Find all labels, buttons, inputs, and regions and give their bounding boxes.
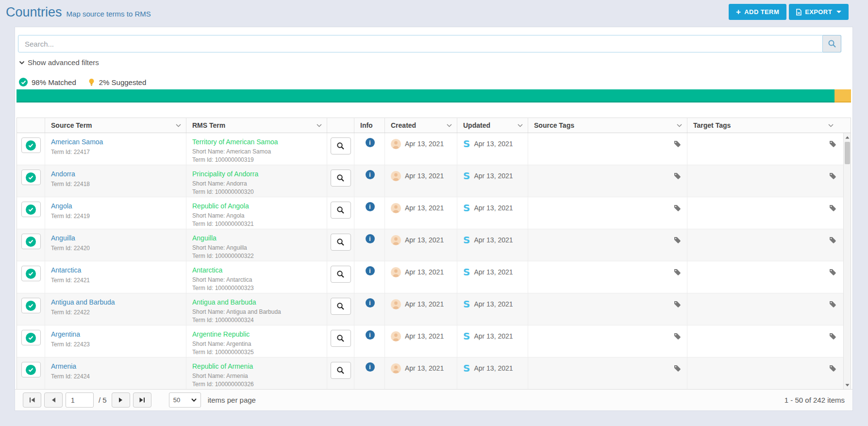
created-date: Apr 13, 2021 — [405, 267, 444, 277]
matched-status-button[interactable] — [21, 330, 41, 345]
show-advanced-filters-toggle[interactable]: Show advanced filters — [19, 58, 99, 67]
rms-term-link[interactable]: Argentine Republic — [192, 330, 322, 338]
chevron-down-icon[interactable] — [447, 124, 452, 127]
first-page-button[interactable] — [23, 392, 41, 408]
preview-cell — [327, 133, 354, 165]
tag-icon[interactable] — [673, 140, 681, 150]
search-input[interactable] — [18, 35, 823, 52]
tag-icon[interactable] — [673, 268, 681, 278]
preview-search-button[interactable] — [331, 330, 351, 347]
column-header-source-tags[interactable]: Source Tags — [528, 118, 687, 133]
tag-icon[interactable] — [829, 300, 836, 310]
source-term-link[interactable]: Antarctica — [51, 266, 181, 274]
chevron-down-icon[interactable] — [317, 124, 322, 127]
tag-icon[interactable] — [829, 332, 836, 342]
updated-cell: S Apr 13, 2021 — [457, 358, 528, 389]
items-range-label: 1 - 50 of 242 items — [785, 396, 845, 404]
items-per-page-select[interactable]: 50 — [169, 392, 201, 408]
rms-term-link[interactable]: Republic of Armenia — [192, 362, 322, 370]
rms-term-link[interactable]: Principality of Andorra — [192, 170, 322, 178]
updated-cell: S Apr 13, 2021 — [457, 293, 528, 325]
info-icon[interactable]: i — [366, 234, 375, 243]
preview-search-button[interactable] — [331, 362, 351, 379]
tag-icon[interactable] — [829, 236, 836, 246]
tag-icon[interactable] — [829, 140, 836, 150]
source-term-link[interactable]: Angola — [51, 202, 181, 210]
next-page-button[interactable] — [112, 392, 130, 408]
matched-status-button[interactable] — [21, 170, 41, 185]
info-icon[interactable]: i — [366, 138, 375, 147]
tag-icon[interactable] — [829, 172, 836, 182]
info-icon[interactable]: i — [366, 202, 375, 211]
preview-search-button[interactable] — [331, 266, 351, 283]
source-term-link[interactable]: Andorra — [51, 170, 181, 178]
tag-icon[interactable] — [673, 204, 681, 214]
column-header-created[interactable]: Created — [385, 118, 457, 133]
matched-status-button[interactable] — [21, 137, 41, 153]
preview-search-button[interactable] — [331, 202, 351, 219]
preview-search-button[interactable] — [331, 137, 351, 154]
preview-cell — [327, 261, 354, 293]
scrollbar-down-arrow[interactable] — [844, 382, 851, 389]
source-term-id: Term Id: 22421 — [51, 276, 181, 285]
source-term-link[interactable]: Antigua and Barbuda — [51, 298, 181, 306]
scrollbar-up-arrow[interactable] — [844, 134, 851, 141]
rms-short-name: Short Name: Antarctica — [192, 276, 322, 284]
preview-search-button[interactable] — [331, 234, 351, 251]
vertical-scrollbar[interactable] — [843, 133, 851, 390]
tag-icon[interactable] — [673, 364, 681, 374]
column-header-rms-term[interactable]: RMS Term — [186, 118, 327, 133]
rms-term-link[interactable]: Antigua and Barbuda — [192, 298, 322, 306]
previous-page-button[interactable] — [44, 392, 63, 408]
matched-status-button[interactable] — [21, 298, 41, 313]
last-page-button[interactable] — [133, 392, 151, 408]
rms-term-link[interactable]: Antarctica — [192, 266, 322, 274]
chevron-down-icon[interactable] — [828, 124, 834, 127]
column-header-source-term[interactable]: Source Term — [45, 118, 186, 133]
info-icon[interactable]: i — [366, 298, 375, 307]
page-subtitle: Map source terms to RMS — [67, 10, 151, 18]
tag-icon[interactable] — [829, 204, 836, 214]
info-icon[interactable]: i — [366, 170, 375, 179]
tag-icon[interactable] — [673, 172, 681, 182]
magnifier-icon — [336, 366, 345, 375]
matched-check-icon — [26, 237, 36, 247]
chevron-down-icon[interactable] — [517, 124, 523, 127]
tag-icon[interactable] — [673, 332, 681, 342]
export-button[interactable]: EXPORT — [789, 4, 849, 20]
info-icon[interactable]: i — [366, 266, 375, 275]
preview-search-button[interactable] — [331, 298, 351, 315]
preview-search-button[interactable] — [331, 170, 351, 187]
scrollbar-thumb[interactable] — [845, 142, 850, 164]
tag-icon[interactable] — [673, 236, 681, 246]
matched-status-button[interactable] — [21, 202, 41, 217]
target-tags-cell — [687, 165, 847, 197]
column-header-updated[interactable]: Updated — [457, 118, 528, 133]
matched-status-button[interactable] — [21, 362, 41, 377]
page-number-input[interactable] — [66, 392, 94, 408]
source-term-link[interactable]: American Samoa — [51, 138, 181, 146]
source-term-link[interactable]: Armenia — [51, 362, 181, 370]
chevron-down-icon[interactable] — [677, 124, 682, 127]
rms-term-link[interactable]: Republic of Angola — [192, 202, 322, 210]
created-date: Apr 13, 2021 — [405, 203, 444, 213]
add-term-button[interactable]: + ADD TERM — [729, 4, 786, 20]
matched-status-button[interactable] — [21, 234, 41, 249]
column-header-target-tags[interactable]: Target Tags — [687, 118, 847, 133]
info-icon[interactable]: i — [366, 362, 375, 372]
rms-term-link[interactable]: Territory of American Samoa — [192, 138, 322, 146]
search-button[interactable] — [823, 35, 841, 52]
matched-status-button[interactable] — [21, 266, 41, 281]
chevron-down-icon[interactable] — [176, 124, 181, 127]
created-date: Apr 13, 2021 — [405, 363, 444, 374]
preview-cell — [327, 165, 354, 197]
source-term-link[interactable]: Anguilla — [51, 234, 181, 242]
tag-icon[interactable] — [673, 300, 681, 310]
total-pages-label: / 5 — [99, 396, 107, 404]
rms-term-link[interactable]: Anguilla — [192, 234, 322, 242]
info-icon[interactable]: i — [366, 330, 375, 340]
tag-icon[interactable] — [829, 364, 836, 374]
tag-icon[interactable] — [829, 268, 836, 278]
table-body: American Samoa Term Id: 22417 Territory … — [17, 133, 851, 390]
source-term-link[interactable]: Argentina — [51, 330, 181, 338]
